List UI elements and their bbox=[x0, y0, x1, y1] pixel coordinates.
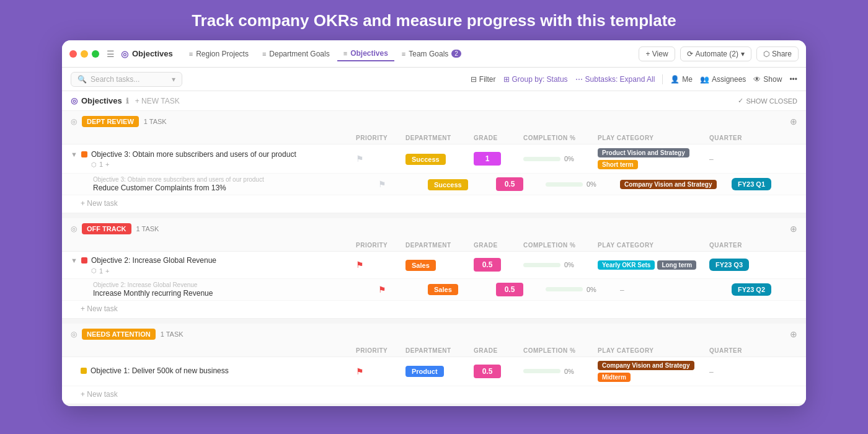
objectives-header: ◎ Objectives ℹ + NEW TASK ✓ SHOW CLOSED bbox=[62, 91, 806, 111]
filter-icon: ⊟ bbox=[471, 75, 477, 84]
content-area: ◎ Objectives ℹ + NEW TASK ✓ SHOW CLOSED … bbox=[62, 91, 806, 406]
grade-chip: 0.5 bbox=[474, 258, 501, 272]
section-collapse-icon[interactable]: ◎ bbox=[71, 330, 77, 339]
quarter-cell: – bbox=[709, 366, 777, 377]
add-task-icon[interactable]: ⊕ bbox=[790, 329, 797, 339]
table-header-off-track: PRIORITY DEPARTMENT GRADE COMPLETION % P… bbox=[62, 239, 806, 252]
new-task-row-dept[interactable]: + New task bbox=[62, 195, 806, 213]
subtask-quarter: FY23 Q2 bbox=[732, 283, 800, 296]
play-cats-cell: Product Vision and Strategy Short term bbox=[598, 148, 709, 169]
table-row: ▼ Objective 3: Obtain more subscribers a… bbox=[62, 144, 806, 174]
subtask-row: Objective 3: Obtain more subscribers and… bbox=[62, 174, 806, 195]
task-status-dot bbox=[81, 368, 87, 374]
objectives-icon: ◎ bbox=[71, 96, 78, 105]
task-status-dot bbox=[81, 151, 87, 157]
col-header-priority: PRIORITY bbox=[356, 135, 405, 141]
priority-flag[interactable]: ⚑ bbox=[378, 285, 386, 294]
subtask-icon: ⬡ bbox=[91, 267, 97, 274]
show-button[interactable]: 👁 Show bbox=[753, 75, 782, 84]
share-button[interactable]: ⬡ Share bbox=[756, 46, 799, 61]
view-button[interactable]: + View bbox=[639, 46, 675, 61]
subtask-name[interactable]: Reduce Customer Complaints from 13% bbox=[93, 184, 378, 192]
eye-icon: 👁 bbox=[753, 75, 761, 84]
add-subtask-icon[interactable]: + bbox=[105, 267, 109, 275]
play-cat-chip: Company Vision and Strategy bbox=[598, 361, 694, 370]
minimize-button[interactable] bbox=[81, 50, 88, 58]
quarter-dash: – bbox=[709, 155, 714, 164]
group-by-button[interactable]: ⊞ Group by: Status bbox=[503, 75, 568, 84]
grade-chip: 0.5 bbox=[474, 365, 501, 378]
play-cat-chip: Company Vision and Strategy bbox=[620, 180, 717, 189]
tab-objectives[interactable]: ≡ Objectives bbox=[337, 46, 394, 61]
app-name: ◎ Objectives bbox=[121, 49, 173, 59]
dept-cell: Success bbox=[405, 153, 474, 165]
automate-button[interactable]: ⟳ Automate (2) ▾ bbox=[680, 46, 751, 61]
dept-chip: Success bbox=[405, 154, 446, 165]
task-info: Objective 2: Increase Global Revenue ⬡ 1… bbox=[91, 255, 216, 275]
priority-flag[interactable]: ⚑ bbox=[356, 154, 364, 164]
table-header-dept-review: PRIORITY DEPARTMENT GRADE COMPLETION % P… bbox=[62, 132, 806, 144]
subtask-completion: 0% bbox=[546, 286, 620, 293]
priority-flag[interactable]: ⚑ bbox=[356, 366, 364, 376]
tab-team-goals[interactable]: ≡ Team Goals 2 bbox=[396, 47, 467, 61]
section-needs-attention: ◎ NEEDS ATTENTION 1 TASK ⊕ PRIORITY DEPA… bbox=[62, 324, 806, 404]
table-row: Objective 1: Deliver 500k of new busines… bbox=[62, 357, 806, 386]
play-cat-chip: Yearly OKR Sets bbox=[598, 260, 655, 270]
subtask-play-cats: – bbox=[620, 284, 732, 295]
add-task-icon[interactable]: ⊕ bbox=[790, 117, 797, 126]
new-task-row-needs[interactable]: + New task bbox=[62, 386, 806, 404]
task-name[interactable]: Objective 1: Deliver 500k of new busines… bbox=[91, 366, 229, 376]
maximize-button[interactable] bbox=[92, 50, 99, 58]
add-task-icon[interactable]: ⊕ bbox=[790, 224, 797, 234]
subtask-quarter: FY23 Q1 bbox=[732, 178, 800, 190]
add-subtask-icon[interactable]: + bbox=[105, 161, 109, 168]
expand-icon[interactable]: ▼ bbox=[71, 151, 78, 158]
section-collapse-icon[interactable]: ◎ bbox=[71, 224, 77, 233]
search-icon: 🔍 bbox=[78, 75, 87, 84]
dept-chip: Product bbox=[405, 366, 444, 377]
grade-cell: 0.5 bbox=[474, 365, 523, 378]
close-button[interactable] bbox=[69, 50, 77, 58]
more-button[interactable]: ••• bbox=[789, 75, 797, 84]
subtask-grade: 0.5 bbox=[496, 177, 546, 191]
task-info: Objective 3: Obtain more subscribers and… bbox=[91, 149, 296, 169]
automate-icon: ⟳ bbox=[687, 50, 693, 58]
progress-bar bbox=[546, 182, 583, 187]
play-cats-cell: Company Vision and Strategy Midterm bbox=[598, 361, 709, 382]
grade-cell: 0.5 bbox=[474, 258, 523, 272]
new-task-row-off[interactable]: + New task bbox=[62, 301, 806, 318]
info-icon[interactable]: ℹ bbox=[126, 97, 129, 105]
subtask-name[interactable]: Increase Monthly recurring Revenue bbox=[93, 289, 378, 298]
quarter-cell: FY23 Q3 bbox=[709, 259, 777, 271]
priority-flag[interactable]: ⚑ bbox=[356, 260, 364, 270]
section-collapse-icon[interactable]: ◎ bbox=[71, 117, 77, 126]
subtasks-button[interactable]: ⋯ Subtasks: Expand All bbox=[575, 75, 655, 84]
task-name[interactable]: Objective 2: Increase Global Revenue bbox=[91, 255, 216, 266]
priority-flag[interactable]: ⚑ bbox=[378, 179, 386, 189]
assignees-button[interactable]: 👥 Assignees bbox=[700, 75, 746, 84]
checkmark-icon: ✓ bbox=[738, 97, 743, 105]
tab-icon: ≡ bbox=[343, 50, 347, 57]
progress-bar bbox=[523, 369, 560, 373]
filter-button[interactable]: ⊟ Filter bbox=[471, 75, 496, 84]
toolbar: 🔍 Search tasks... ▾ ⊟ Filter ⊞ Group by:… bbox=[62, 68, 806, 91]
play-cat-chip: Midterm bbox=[598, 373, 631, 382]
me-button[interactable]: 👤 Me bbox=[670, 75, 693, 84]
title-bar-actions: + View ⟳ Automate (2) ▾ ⬡ Share bbox=[639, 46, 799, 61]
task-meta: ⬡ 1 + bbox=[91, 267, 216, 275]
completion-pct: 0% bbox=[564, 155, 574, 162]
menu-icon[interactable]: ☰ bbox=[107, 49, 115, 59]
traffic-lights bbox=[69, 50, 99, 58]
tab-region-projects[interactable]: ≡ Region Projects bbox=[183, 47, 255, 61]
new-task-button[interactable]: + NEW TASK bbox=[135, 97, 180, 105]
app-icon: ◎ bbox=[121, 49, 128, 59]
task-name[interactable]: Objective 3: Obtain more subscribers and… bbox=[91, 149, 296, 160]
task-count-needs-attention: 1 TASK bbox=[161, 330, 184, 338]
quarter-chip: FY23 Q3 bbox=[709, 259, 749, 271]
tab-department-goals[interactable]: ≡ Department Goals bbox=[256, 47, 336, 61]
search-box[interactable]: 🔍 Search tasks... ▾ bbox=[71, 72, 182, 87]
section-dept-review: ◎ DEPT REVIEW 1 TASK ⊕ PRIORITY DEPARTME… bbox=[62, 111, 806, 213]
show-closed-button[interactable]: ✓ SHOW CLOSED bbox=[738, 97, 797, 105]
expand-icon[interactable]: ▼ bbox=[71, 257, 78, 264]
task-name-cell: ▼ Objective 3: Obtain more subscribers a… bbox=[71, 149, 356, 169]
